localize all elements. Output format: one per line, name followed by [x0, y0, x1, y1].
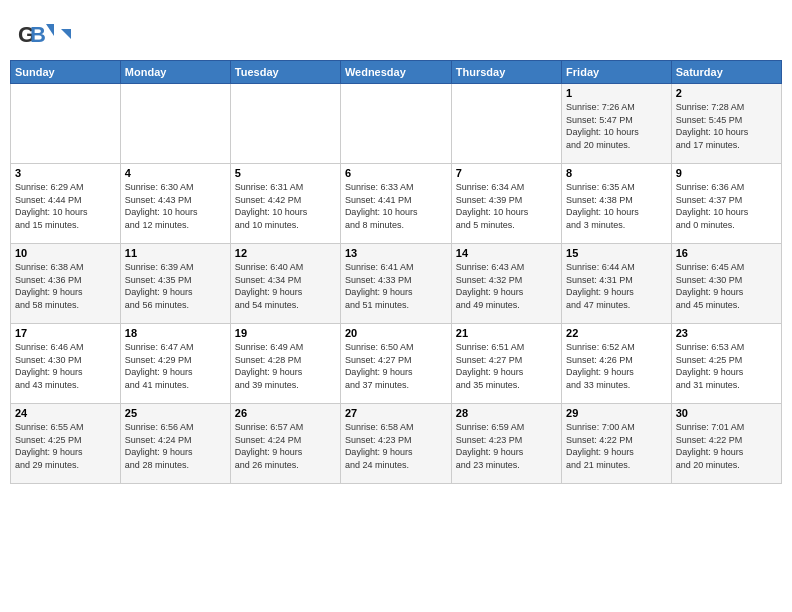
day-number: 9	[676, 167, 777, 179]
calendar-day: 21Sunrise: 6:51 AM Sunset: 4:27 PM Dayli…	[451, 324, 561, 404]
calendar-day: 23Sunrise: 6:53 AM Sunset: 4:25 PM Dayli…	[671, 324, 781, 404]
calendar-day: 2Sunrise: 7:28 AM Sunset: 5:45 PM Daylig…	[671, 84, 781, 164]
day-info: Sunrise: 7:26 AM Sunset: 5:47 PM Dayligh…	[566, 101, 667, 151]
day-number: 18	[125, 327, 226, 339]
calendar-day: 12Sunrise: 6:40 AM Sunset: 4:34 PM Dayli…	[230, 244, 340, 324]
calendar-day: 22Sunrise: 6:52 AM Sunset: 4:26 PM Dayli…	[562, 324, 672, 404]
calendar-day: 4Sunrise: 6:30 AM Sunset: 4:43 PM Daylig…	[120, 164, 230, 244]
calendar-week-4: 17Sunrise: 6:46 AM Sunset: 4:30 PM Dayli…	[11, 324, 782, 404]
day-number: 1	[566, 87, 667, 99]
day-info: Sunrise: 6:51 AM Sunset: 4:27 PM Dayligh…	[456, 341, 557, 391]
day-info: Sunrise: 6:50 AM Sunset: 4:27 PM Dayligh…	[345, 341, 447, 391]
day-number: 10	[15, 247, 116, 259]
calendar-day: 9Sunrise: 6:36 AM Sunset: 4:37 PM Daylig…	[671, 164, 781, 244]
calendar-week-1: 1Sunrise: 7:26 AM Sunset: 5:47 PM Daylig…	[11, 84, 782, 164]
day-info: Sunrise: 6:31 AM Sunset: 4:42 PM Dayligh…	[235, 181, 336, 231]
day-number: 24	[15, 407, 116, 419]
day-info: Sunrise: 6:46 AM Sunset: 4:30 PM Dayligh…	[15, 341, 116, 391]
calendar-day	[451, 84, 561, 164]
calendar-day: 26Sunrise: 6:57 AM Sunset: 4:24 PM Dayli…	[230, 404, 340, 484]
calendar-day: 6Sunrise: 6:33 AM Sunset: 4:41 PM Daylig…	[340, 164, 451, 244]
calendar-week-3: 10Sunrise: 6:38 AM Sunset: 4:36 PM Dayli…	[11, 244, 782, 324]
calendar-day: 15Sunrise: 6:44 AM Sunset: 4:31 PM Dayli…	[562, 244, 672, 324]
day-number: 25	[125, 407, 226, 419]
day-info: Sunrise: 6:58 AM Sunset: 4:23 PM Dayligh…	[345, 421, 447, 471]
day-number: 8	[566, 167, 667, 179]
calendar-day: 24Sunrise: 6:55 AM Sunset: 4:25 PM Dayli…	[11, 404, 121, 484]
calendar-day: 3Sunrise: 6:29 AM Sunset: 4:44 PM Daylig…	[11, 164, 121, 244]
day-info: Sunrise: 6:33 AM Sunset: 4:41 PM Dayligh…	[345, 181, 447, 231]
day-number: 30	[676, 407, 777, 419]
day-info: Sunrise: 6:52 AM Sunset: 4:26 PM Dayligh…	[566, 341, 667, 391]
calendar-day	[11, 84, 121, 164]
page-header: G B	[10, 10, 782, 56]
day-info: Sunrise: 6:29 AM Sunset: 4:44 PM Dayligh…	[15, 181, 116, 231]
day-number: 12	[235, 247, 336, 259]
day-info: Sunrise: 7:28 AM Sunset: 5:45 PM Dayligh…	[676, 101, 777, 151]
day-info: Sunrise: 7:01 AM Sunset: 4:22 PM Dayligh…	[676, 421, 777, 471]
day-info: Sunrise: 6:41 AM Sunset: 4:33 PM Dayligh…	[345, 261, 447, 311]
calendar-table: SundayMondayTuesdayWednesdayThursdayFrid…	[10, 60, 782, 484]
day-number: 3	[15, 167, 116, 179]
calendar-day: 1Sunrise: 7:26 AM Sunset: 5:47 PM Daylig…	[562, 84, 672, 164]
calendar-day: 10Sunrise: 6:38 AM Sunset: 4:36 PM Dayli…	[11, 244, 121, 324]
calendar-day: 28Sunrise: 6:59 AM Sunset: 4:23 PM Dayli…	[451, 404, 561, 484]
day-info: Sunrise: 6:43 AM Sunset: 4:32 PM Dayligh…	[456, 261, 557, 311]
calendar-day: 16Sunrise: 6:45 AM Sunset: 4:30 PM Dayli…	[671, 244, 781, 324]
day-number: 7	[456, 167, 557, 179]
calendar-day: 5Sunrise: 6:31 AM Sunset: 4:42 PM Daylig…	[230, 164, 340, 244]
calendar-day: 18Sunrise: 6:47 AM Sunset: 4:29 PM Dayli…	[120, 324, 230, 404]
calendar-day: 7Sunrise: 6:34 AM Sunset: 4:39 PM Daylig…	[451, 164, 561, 244]
day-number: 2	[676, 87, 777, 99]
weekday-header-saturday: Saturday	[671, 61, 781, 84]
calendar-day: 13Sunrise: 6:41 AM Sunset: 4:33 PM Dayli…	[340, 244, 451, 324]
calendar-day: 27Sunrise: 6:58 AM Sunset: 4:23 PM Dayli…	[340, 404, 451, 484]
calendar-day	[230, 84, 340, 164]
day-info: Sunrise: 6:53 AM Sunset: 4:25 PM Dayligh…	[676, 341, 777, 391]
day-number: 6	[345, 167, 447, 179]
day-info: Sunrise: 6:55 AM Sunset: 4:25 PM Dayligh…	[15, 421, 116, 471]
day-number: 28	[456, 407, 557, 419]
weekday-header-thursday: Thursday	[451, 61, 561, 84]
day-info: Sunrise: 6:57 AM Sunset: 4:24 PM Dayligh…	[235, 421, 336, 471]
day-number: 26	[235, 407, 336, 419]
day-info: Sunrise: 6:36 AM Sunset: 4:37 PM Dayligh…	[676, 181, 777, 231]
calendar-day: 8Sunrise: 6:35 AM Sunset: 4:38 PM Daylig…	[562, 164, 672, 244]
calendar-week-5: 24Sunrise: 6:55 AM Sunset: 4:25 PM Dayli…	[11, 404, 782, 484]
day-info: Sunrise: 6:30 AM Sunset: 4:43 PM Dayligh…	[125, 181, 226, 231]
calendar-week-2: 3Sunrise: 6:29 AM Sunset: 4:44 PM Daylig…	[11, 164, 782, 244]
day-info: Sunrise: 6:47 AM Sunset: 4:29 PM Dayligh…	[125, 341, 226, 391]
day-number: 23	[676, 327, 777, 339]
day-info: Sunrise: 6:34 AM Sunset: 4:39 PM Dayligh…	[456, 181, 557, 231]
day-number: 15	[566, 247, 667, 259]
day-number: 13	[345, 247, 447, 259]
day-number: 16	[676, 247, 777, 259]
calendar-day: 29Sunrise: 7:00 AM Sunset: 4:22 PM Dayli…	[562, 404, 672, 484]
day-info: Sunrise: 6:49 AM Sunset: 4:28 PM Dayligh…	[235, 341, 336, 391]
day-number: 22	[566, 327, 667, 339]
day-info: Sunrise: 6:56 AM Sunset: 4:24 PM Dayligh…	[125, 421, 226, 471]
day-info: Sunrise: 6:38 AM Sunset: 4:36 PM Dayligh…	[15, 261, 116, 311]
calendar-day: 14Sunrise: 6:43 AM Sunset: 4:32 PM Dayli…	[451, 244, 561, 324]
day-number: 11	[125, 247, 226, 259]
day-number: 5	[235, 167, 336, 179]
svg-marker-1	[46, 24, 54, 36]
day-info: Sunrise: 6:39 AM Sunset: 4:35 PM Dayligh…	[125, 261, 226, 311]
day-number: 17	[15, 327, 116, 339]
day-number: 20	[345, 327, 447, 339]
day-number: 29	[566, 407, 667, 419]
day-info: Sunrise: 6:40 AM Sunset: 4:34 PM Dayligh…	[235, 261, 336, 311]
calendar-day	[120, 84, 230, 164]
calendar-day	[340, 84, 451, 164]
weekday-header-sunday: Sunday	[11, 61, 121, 84]
weekday-header-tuesday: Tuesday	[230, 61, 340, 84]
day-number: 14	[456, 247, 557, 259]
calendar-day: 25Sunrise: 6:56 AM Sunset: 4:24 PM Dayli…	[120, 404, 230, 484]
day-info: Sunrise: 6:45 AM Sunset: 4:30 PM Dayligh…	[676, 261, 777, 311]
day-info: Sunrise: 7:00 AM Sunset: 4:22 PM Dayligh…	[566, 421, 667, 471]
day-number: 27	[345, 407, 447, 419]
weekday-header-wednesday: Wednesday	[340, 61, 451, 84]
day-number: 21	[456, 327, 557, 339]
day-number: 19	[235, 327, 336, 339]
day-info: Sunrise: 6:44 AM Sunset: 4:31 PM Dayligh…	[566, 261, 667, 311]
